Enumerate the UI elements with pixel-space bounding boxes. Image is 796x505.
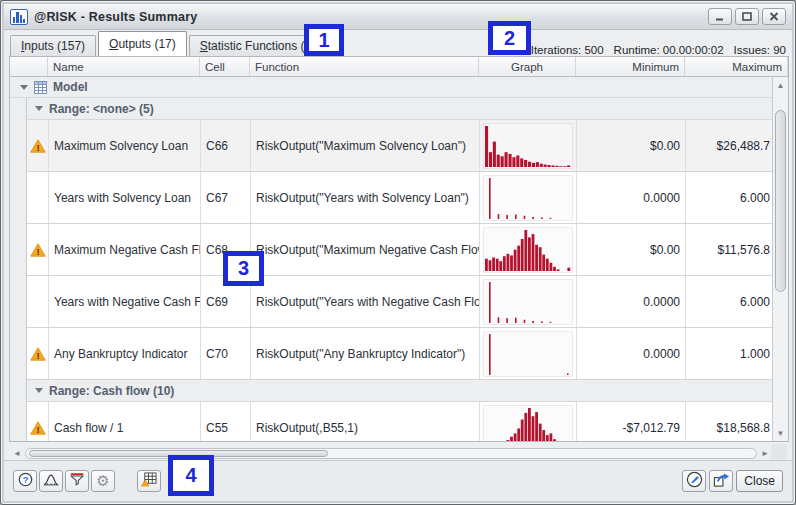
maximum-value: $26,488.7 [686, 120, 772, 171]
output-cell-ref: C66 [201, 120, 251, 171]
collapse-arrow-icon[interactable] [35, 106, 43, 111]
output-function: RiskOutput("Maximum Negative Cash Flow") [251, 224, 480, 275]
column-header-graph[interactable]: Graph [479, 57, 576, 76]
results-table: NameCellFunctionGraphMinimumMaximum Mode… [9, 56, 789, 442]
tab-inputs[interactable]: Inputs (157) [10, 35, 96, 56]
export-arrow-icon [713, 472, 730, 491]
column-header-name[interactable]: Name [48, 57, 200, 76]
histogram-sparkline[interactable] [483, 227, 573, 273]
maximum-value: $11,576.8 [686, 224, 772, 275]
row-status-cell: ! [27, 224, 49, 275]
row-status-cell [27, 276, 49, 327]
histogram-sparkline[interactable] [483, 405, 573, 442]
output-row-c68[interactable]: !Maximum Negative Cash FlowC68RiskOutput… [26, 224, 772, 276]
callout-annotation-1: 1 [304, 24, 344, 56]
group-label: Range: Cash flow (10) [49, 384, 174, 398]
bell-curve-icon [43, 473, 59, 490]
minimum-value: -$7,012.79 [577, 402, 686, 441]
output-row-c70[interactable]: !Any Bankruptcy IndicatorC70RiskOutput("… [26, 328, 772, 380]
svg-text:!: ! [36, 141, 39, 152]
table-header-row: NameCellFunctionGraphMinimumMaximum [10, 57, 788, 77]
header-gutter [10, 57, 48, 76]
edit-reports-button[interactable] [682, 470, 706, 492]
tabs-container: Inputs (157)Outputs (17)Statistic Functi… [10, 31, 328, 56]
callout-annotation-3: 3 [223, 251, 264, 286]
output-row-c67[interactable]: Years with Solvency LoanC67RiskOutput("Y… [26, 172, 772, 224]
vertical-scroll-track[interactable] [773, 93, 788, 425]
spike-sparkline[interactable] [483, 331, 573, 377]
output-function: RiskOutput("Years with Negative Cash Flo… [251, 276, 480, 327]
scroll-up-arrow-icon[interactable]: ▲ [773, 77, 789, 93]
output-cell-ref: C55 [201, 402, 251, 441]
graph-cell [480, 402, 577, 441]
maximum-value: 6.000 [686, 276, 772, 327]
column-header-maximum[interactable]: Maximum [685, 57, 788, 76]
svg-text:!: ! [36, 349, 39, 360]
group-row-range-cash-flow-10-[interactable]: Range: Cash flow (10) [26, 380, 772, 402]
run-info-item: Runtime: 00.00:00:02 [614, 44, 724, 56]
minimum-value: $0.00 [577, 120, 686, 171]
help-icon: ? [18, 472, 33, 490]
minimum-value: 0.0000 [577, 276, 686, 327]
group-label: Model [53, 80, 88, 94]
title-bar: @RISK - Results Summary [4, 4, 792, 30]
output-function: RiskOutput("Maximum Solvency Loan") [251, 120, 480, 171]
spike-sparkline[interactable] [483, 279, 573, 325]
graph-cell [480, 120, 577, 171]
minimum-value: 0.0000 [577, 328, 686, 379]
scroll-left-arrow-icon[interactable]: ◄ [9, 445, 25, 461]
column-header-cell[interactable]: Cell [200, 57, 250, 76]
bottom-toolbar: ?⚙ Close [4, 460, 792, 501]
tab-outputs[interactable]: Outputs (17) [98, 31, 187, 56]
output-row-c55[interactable]: !Cash flow / 1C55RiskOutput(,B55,1)-$7,0… [26, 402, 772, 441]
minimum-value: 0.0000 [577, 172, 686, 223]
collapse-arrow-icon[interactable] [20, 85, 28, 90]
scroll-down-arrow-icon[interactable]: ▼ [773, 425, 789, 441]
output-row-c66[interactable]: !Maximum Solvency LoanC66RiskOutput("Max… [26, 120, 772, 172]
vertical-scroll-thumb[interactable] [775, 110, 786, 293]
group-row-range-none-5-[interactable]: Range: <none> (5) [26, 98, 772, 120]
group-row-model[interactable]: Model [10, 77, 772, 98]
distribution-button[interactable] [39, 470, 63, 492]
funnel-icon [69, 472, 85, 490]
risk-results-summary-window: @RISK - Results Summary Inputs (157)Outp… [0, 0, 796, 505]
spike-sparkline[interactable] [483, 175, 573, 221]
settings-button[interactable]: ⚙ [91, 470, 115, 492]
column-header-function[interactable]: Function [250, 57, 479, 76]
run-info-item: Iterations: 500 [531, 44, 604, 56]
row-status-cell [27, 172, 49, 223]
summary-grid-button[interactable] [137, 470, 161, 492]
output-name: Maximum Negative Cash Flow [49, 224, 201, 275]
output-cell-ref: C70 [201, 328, 251, 379]
window-controls [708, 8, 786, 25]
minimize-button[interactable] [708, 8, 732, 25]
group-label: Range: <none> (5) [49, 102, 154, 116]
help-button[interactable]: ? [13, 470, 37, 492]
output-name: Years with Negative Cash Flow [49, 276, 201, 327]
output-row-c69[interactable]: Years with Negative Cash FlowC69RiskOutp… [26, 276, 772, 328]
table-warning-icon [141, 472, 157, 490]
maximum-value: 1.000 [686, 328, 772, 379]
horizontal-scroll-track[interactable] [25, 448, 757, 459]
collapse-arrow-icon[interactable] [35, 388, 43, 393]
maximum-value: $18,568.8 [686, 402, 772, 441]
svg-text:?: ? [22, 475, 28, 485]
vertical-scrollbar[interactable]: ▲ ▼ [772, 77, 788, 441]
filter-button[interactable] [65, 470, 89, 492]
minimum-value: $0.00 [577, 224, 686, 275]
graph-cell [480, 172, 577, 223]
callout-annotation-2: 2 [488, 21, 531, 55]
graph-cell [480, 328, 577, 379]
gear-icon: ⚙ [96, 473, 109, 489]
close-button[interactable]: Close [736, 470, 783, 492]
svg-text:!: ! [36, 245, 39, 256]
export-button[interactable] [709, 470, 733, 492]
histogram-sparkline[interactable] [483, 123, 573, 169]
output-cell-ref: C67 [201, 172, 251, 223]
run-info-item: Issues: 90 [734, 44, 786, 56]
maximize-button[interactable] [735, 8, 759, 25]
column-header-minimum[interactable]: Minimum [576, 57, 685, 76]
output-name: Maximum Solvency Loan [49, 120, 201, 171]
tab-strip: Inputs (157)Outputs (17)Statistic Functi… [4, 30, 792, 56]
close-window-button[interactable] [762, 8, 786, 25]
